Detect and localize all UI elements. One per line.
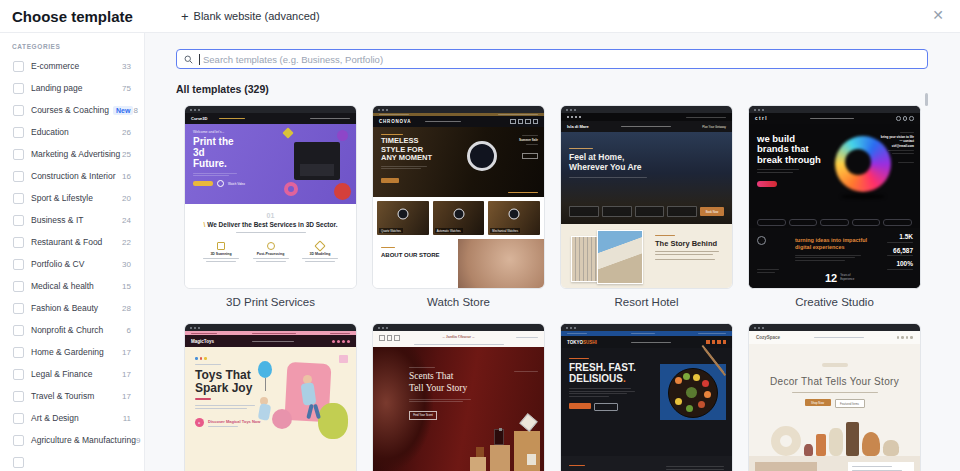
- featured-items-button: Featured Items: [835, 399, 865, 408]
- site-logo: Isla di Mare: [567, 124, 589, 129]
- template-card-sushi[interactable]: TOKYOSUSHI FRESH. FAST. DELISIOUS.: [560, 323, 733, 471]
- template-card-perfume[interactable]: – Jardin Obscur – Scents That Tell Your …: [372, 323, 545, 471]
- perfume-bottle: [476, 447, 484, 457]
- category-checkbox[interactable]: [13, 325, 24, 336]
- vase: [862, 432, 880, 456]
- template-thumbnail[interactable]: CozySpace Decor That Tells Your Story Sh…: [748, 323, 921, 471]
- browser-bar: [561, 106, 732, 113]
- category-checkbox[interactable]: [13, 303, 24, 314]
- secondary-button: [594, 403, 618, 411]
- scrollbar[interactable]: [925, 93, 928, 106]
- template-thumbnail[interactable]: CHRONOVA TIMELESS STYLE FOR ANY MOMENT: [372, 105, 545, 289]
- template-card-3d-print-services[interactable]: Curve3D Welcome and let's... Print the 3…: [184, 105, 357, 323]
- categories-sidebar: CATEGORIES E-commerce33 Landing page75 C…: [0, 33, 145, 471]
- template-card-resort-hotel[interactable]: Isla di Mare Plan Your Getaway Feel at H…: [560, 105, 733, 323]
- template-thumbnail[interactable]: – Jardin Obscur – Scents That Tell Your …: [372, 323, 545, 471]
- story-section: The Story Behind: [561, 224, 732, 289]
- category-checkbox[interactable]: [13, 281, 24, 292]
- sushi-plate: [668, 368, 718, 418]
- templates-grid: Curve3D Welcome and let's... Print the 3…: [184, 105, 960, 471]
- hero-headline: Print the 3d Future.: [193, 136, 241, 170]
- category-checkbox[interactable]: [13, 193, 24, 204]
- browser-bar: [185, 106, 356, 113]
- booking-field: [569, 206, 599, 217]
- section-image: [755, 462, 817, 471]
- site-logo: CozySpace: [756, 335, 780, 340]
- category-item-travel[interactable]: Travel & Tourism17: [0, 385, 144, 407]
- search-icon: [184, 55, 193, 64]
- play-icon: ▸: [195, 418, 204, 427]
- category-item-fashion[interactable]: Fashion & Beauty28: [0, 297, 144, 319]
- hero-section: we build brands that break through bring…: [749, 124, 920, 216]
- feature-column: Post-Processing: [249, 242, 293, 262]
- close-icon[interactable]: ✕: [926, 6, 950, 24]
- hero-headline: Scents That Tell Your Story: [409, 371, 471, 395]
- category-checkbox[interactable]: [13, 413, 24, 424]
- story-image: [597, 230, 643, 284]
- template-thumbnail[interactable]: MagicToys Toys That Spark Joy: [184, 323, 357, 471]
- category-item-education[interactable]: Education26: [0, 121, 144, 143]
- category-item-ecommerce[interactable]: E-commerce33: [0, 55, 144, 77]
- vases-image: [749, 416, 920, 456]
- site-logo: Curve3D: [191, 116, 207, 121]
- category-item-home-gardening[interactable]: Home & Gardening17: [0, 341, 144, 363]
- category-checkbox[interactable]: [13, 391, 24, 402]
- category-checkbox[interactable]: [13, 127, 24, 138]
- category-checkbox[interactable]: [13, 171, 24, 182]
- stats-column: 1.5K 66,587 100%: [887, 233, 913, 270]
- cta-label: Discover Magical Toys Now: [208, 419, 260, 424]
- category-checkbox[interactable]: [13, 435, 24, 446]
- pedestal: [470, 457, 486, 471]
- category-checkbox[interactable]: [13, 237, 24, 248]
- template-card-toys[interactable]: MagicToys Toys That Spark Joy: [184, 323, 357, 471]
- text-placeholder: [193, 173, 237, 174]
- template-thumbnail[interactable]: Isla di Mare Plan Your Getaway Feel at H…: [560, 105, 733, 289]
- browser-bar: [373, 106, 544, 113]
- category-checkbox[interactable]: [13, 105, 24, 116]
- category-checkbox[interactable]: [13, 83, 24, 94]
- watch-image: [467, 141, 497, 171]
- category-item-courses-coaching[interactable]: Courses & CoachingNew8: [0, 99, 144, 121]
- category-checkbox[interactable]: [13, 61, 24, 72]
- category-checkbox[interactable]: [13, 369, 24, 380]
- site-header: CozySpace: [749, 331, 920, 344]
- category-item-partial[interactable]: [0, 451, 144, 471]
- category-item-landing-page[interactable]: Landing page75: [0, 77, 144, 99]
- template-card-creative-studio[interactable]: ctrl we build brands that break through: [748, 105, 921, 323]
- category-item-agriculture[interactable]: Agriculture & Manufacturing9: [0, 429, 144, 451]
- blank-website-button[interactable]: + Blank website (advanced): [175, 8, 326, 25]
- category-checkbox[interactable]: [13, 215, 24, 226]
- category-checkbox[interactable]: [13, 259, 24, 270]
- category-checkbox[interactable]: [13, 457, 24, 468]
- template-thumbnail[interactable]: TOKYOSUSHI FRESH. FAST. DELISIOUS.: [560, 323, 733, 471]
- search-bar[interactable]: [176, 49, 928, 69]
- category-item-portfolio[interactable]: Portfolio & CV30: [0, 253, 144, 275]
- tagline-block: turning ideas into impactful digital exp…: [795, 237, 871, 261]
- vase: [829, 428, 843, 456]
- feature-icon: [314, 240, 325, 251]
- category-item-restaurant[interactable]: Restaurant & Food22: [0, 231, 144, 253]
- hero-kicker: Welcome and let's...: [193, 130, 356, 134]
- category-item-legal[interactable]: Legal & Finance17: [0, 363, 144, 385]
- template-card-decor[interactable]: CozySpace Decor That Tells Your Story Sh…: [748, 323, 921, 471]
- category-item-sport[interactable]: Sport & Lifestyle20: [0, 187, 144, 209]
- template-card-watch-store[interactable]: CHRONOVA TIMELESS STYLE FOR ANY MOMENT: [372, 105, 545, 323]
- hero-section: Scents That Tell Your Story Find Your Sc…: [373, 347, 544, 471]
- category-item-nonprofit[interactable]: Nonprofit & Church6: [0, 319, 144, 341]
- category-item-construction[interactable]: Construction & Interior16: [0, 165, 144, 187]
- template-name: Watch Store: [372, 296, 545, 309]
- category-item-medical[interactable]: Medical & health15: [0, 275, 144, 297]
- site-header: – Jardin Obscur –: [373, 331, 544, 347]
- gift-box: [339, 355, 348, 363]
- category-checkbox[interactable]: [13, 347, 24, 358]
- search-input[interactable]: [203, 54, 920, 65]
- story-text: The Story Behind: [655, 235, 725, 260]
- category-item-marketing[interactable]: Marketing & Advertising25: [0, 143, 144, 165]
- category-item-business-it[interactable]: Business & IT24: [0, 209, 144, 231]
- template-thumbnail[interactable]: Curve3D Welcome and let's... Print the 3…: [184, 105, 357, 289]
- category-item-art-design[interactable]: Art & Design11: [0, 407, 144, 429]
- category-checkbox[interactable]: [13, 149, 24, 160]
- promo-block: Summer Sale: [519, 135, 538, 163]
- site-header: TOKYOSUSHI: [561, 336, 732, 348]
- template-thumbnail[interactable]: ctrl we build brands that break through: [748, 105, 921, 289]
